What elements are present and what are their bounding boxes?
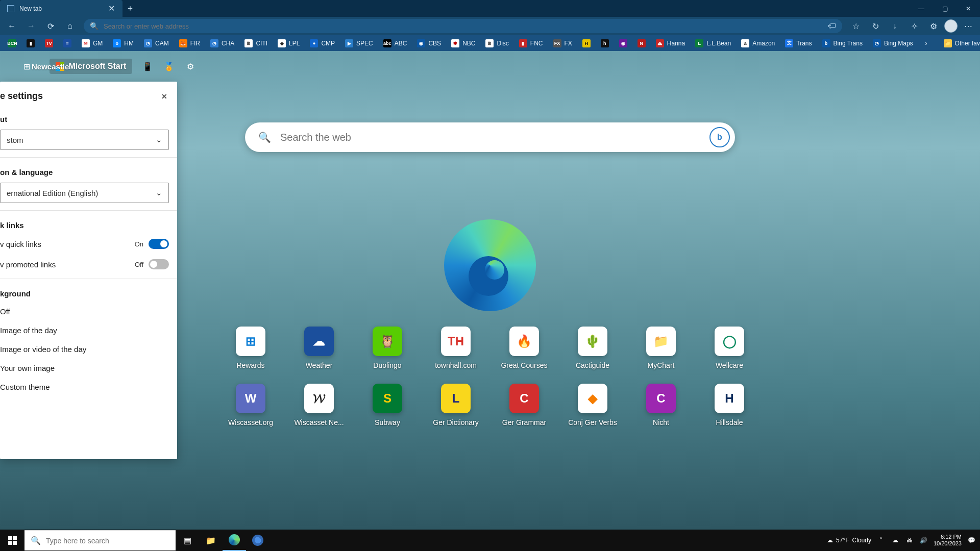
- menu-button[interactable]: ⋯: [960, 18, 977, 34]
- bookmark-item[interactable]: ◔CHA: [206, 37, 238, 49]
- quick-link-label: Ger Grammar: [502, 418, 546, 427]
- quick-link[interactable]: SSubway: [353, 384, 422, 441]
- tray-chevron-icon[interactable]: ˄: [876, 536, 886, 545]
- bookmark-item[interactable]: BCN: [4, 37, 20, 49]
- clock[interactable]: 6:12 PM 10/20/2023: [934, 534, 962, 547]
- onedrive-icon[interactable]: ☁: [891, 536, 900, 545]
- background-option[interactable]: Image or video of the day: [0, 340, 177, 359]
- maximize-button[interactable]: ▢: [933, 0, 957, 17]
- quick-link[interactable]: 📁MyChart: [627, 327, 695, 384]
- settings-icon[interactable]: ⚙: [184, 60, 197, 72]
- rewards-icon[interactable]: 🏅: [163, 60, 175, 72]
- weather-widget[interactable]: ☁ 57°F Cloudy: [827, 537, 871, 544]
- bookmark-item[interactable]: ◔CAM: [140, 37, 173, 49]
- quick-links-toggle[interactable]: [149, 239, 169, 249]
- web-search-input[interactable]: [280, 132, 709, 143]
- web-search-box[interactable]: 🔍 b: [245, 122, 735, 152]
- bookmark-item[interactable]: abcABC: [379, 37, 411, 49]
- bing-chat-button[interactable]: b: [709, 127, 730, 147]
- bookmark-item[interactable]: h: [597, 37, 613, 49]
- quick-link[interactable]: LGer Dictionary: [422, 384, 490, 441]
- file-explorer-button[interactable]: 📁: [199, 530, 223, 551]
- refresh-button[interactable]: ⟳: [42, 18, 59, 34]
- network-icon[interactable]: 🖧: [905, 536, 914, 545]
- quick-link[interactable]: ⊞Rewards: [216, 327, 285, 384]
- quick-link[interactable]: CGer Grammar: [490, 384, 558, 441]
- close-tab-button[interactable]: ✕: [107, 5, 115, 13]
- quick-link[interactable]: ◯Wellcare: [695, 327, 764, 384]
- layout-select[interactable]: stom ⌄: [0, 130, 169, 150]
- bookmark-item[interactable]: ✉GM: [78, 37, 107, 49]
- bookmark-item[interactable]: 🦊FIR: [175, 37, 204, 49]
- quick-link[interactable]: ☁Weather: [285, 327, 353, 384]
- bookmark-item[interactable]: FXFX: [549, 37, 576, 49]
- bookmark-item[interactable]: bBing Trans: [818, 37, 867, 49]
- forward-button[interactable]: →: [22, 18, 40, 34]
- minimize-button[interactable]: —: [910, 0, 933, 17]
- quick-link[interactable]: HHillsdale: [695, 384, 764, 441]
- bookmark-item[interactable]: H: [578, 37, 595, 49]
- bookmark-favicon-icon: ▮: [519, 39, 527, 47]
- bookmark-item[interactable]: ◉CBS: [413, 37, 445, 49]
- quick-link[interactable]: CNicht: [627, 384, 695, 441]
- bookmark-item[interactable]: 🗎CITI: [240, 37, 272, 49]
- bookmark-item[interactable]: 🗎Disc: [481, 37, 512, 49]
- bookmark-item[interactable]: ▶SPEC: [341, 37, 377, 49]
- quick-link[interactable]: THtownhall.com: [422, 327, 490, 384]
- bookmark-item[interactable]: ◉: [615, 37, 631, 49]
- apps-icon[interactable]: ⊞: [20, 60, 33, 72]
- new-tab-button[interactable]: ＋: [122, 0, 138, 17]
- bookmark-item[interactable]: ◈LPL: [274, 37, 304, 49]
- bookmark-item[interactable]: aAmazon: [737, 37, 779, 49]
- history-icon[interactable]: ↻: [867, 18, 884, 34]
- region-select[interactable]: ernational Edition (English) ⌄: [0, 183, 169, 203]
- edge-taskbar-button[interactable]: [223, 530, 246, 551]
- extensions-icon[interactable]: ⚙: [925, 18, 942, 34]
- quick-link[interactable]: 🌵Cactiguide: [558, 327, 627, 384]
- bookmark-item[interactable]: ◔Bing Maps: [869, 37, 917, 49]
- collections-icon[interactable]: ✧: [905, 18, 923, 34]
- background-option[interactable]: Your own image: [0, 359, 177, 378]
- firefox-taskbar-button[interactable]: [246, 530, 270, 551]
- mobile-icon[interactable]: 📱: [141, 60, 154, 72]
- bookmark-item[interactable]: ●CMP: [306, 37, 339, 49]
- quick-link[interactable]: 🔥Great Courses: [490, 327, 558, 384]
- address-input[interactable]: [104, 22, 823, 30]
- address-bar[interactable]: 🔍 🏷: [84, 19, 842, 33]
- quick-link[interactable]: WWiscasset.org: [216, 384, 285, 441]
- background-option[interactable]: Custom theme: [0, 378, 177, 396]
- browser-tab[interactable]: New tab ✕: [0, 0, 122, 17]
- home-button[interactable]: ⌂: [61, 18, 79, 34]
- taskbar-search-input[interactable]: [46, 537, 169, 545]
- quick-link[interactable]: 𝓦Wiscasset Ne...: [285, 384, 353, 441]
- task-view-button[interactable]: ▤: [176, 530, 199, 551]
- downloads-icon[interactable]: ↓: [886, 18, 903, 34]
- bookmark-item[interactable]: ❃NBC: [447, 37, 479, 49]
- volume-icon[interactable]: 🔊: [919, 536, 928, 545]
- start-button[interactable]: [0, 530, 24, 551]
- bookmark-item[interactable]: LL.L.Bean: [691, 37, 735, 49]
- quick-link[interactable]: 🦉Duolingo: [353, 327, 422, 384]
- taskbar-search[interactable]: 🔍: [24, 530, 176, 550]
- notifications-icon[interactable]: 💬: [967, 536, 976, 545]
- bookmarks-overflow-button[interactable]: ›: [921, 37, 932, 49]
- close-settings-button[interactable]: ✕: [159, 91, 170, 102]
- profile-button[interactable]: [944, 19, 958, 33]
- promoted-links-toggle[interactable]: [149, 259, 169, 269]
- favorites-icon[interactable]: ☆: [847, 18, 865, 34]
- bookmark-item[interactable]: ▮: [22, 37, 39, 49]
- bookmark-item[interactable]: ≡: [59, 37, 76, 49]
- background-option[interactable]: Off: [0, 302, 177, 321]
- bookmark-item[interactable]: N: [633, 37, 650, 49]
- bookmark-item[interactable]: TV: [41, 37, 57, 49]
- close-window-button[interactable]: ✕: [957, 0, 980, 17]
- shopping-icon[interactable]: 🏷: [828, 21, 836, 31]
- bookmark-item[interactable]: ⛰Hanna: [652, 37, 689, 49]
- bookmark-item[interactable]: ▮FNC: [515, 37, 547, 49]
- background-option[interactable]: Image of the day: [0, 321, 177, 340]
- back-button[interactable]: ←: [3, 18, 20, 34]
- bookmark-item[interactable]: 文Trans: [781, 37, 816, 49]
- bookmark-item[interactable]: oHM: [109, 37, 138, 49]
- quick-link[interactable]: ◆Conj Ger Verbs: [558, 384, 627, 441]
- other-favorites-button[interactable]: 📁 Other favorites: [940, 37, 980, 49]
